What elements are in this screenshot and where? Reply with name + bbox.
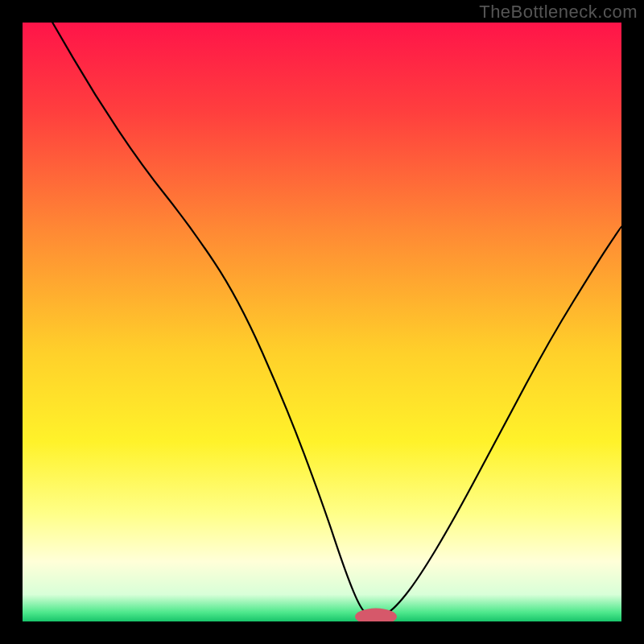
chart-frame: TheBottleneck.com [0, 0, 644, 644]
watermark-text: TheBottleneck.com [479, 2, 638, 23]
gradient-background [23, 23, 621, 621]
plot-area [23, 23, 621, 621]
chart-svg [23, 23, 621, 621]
